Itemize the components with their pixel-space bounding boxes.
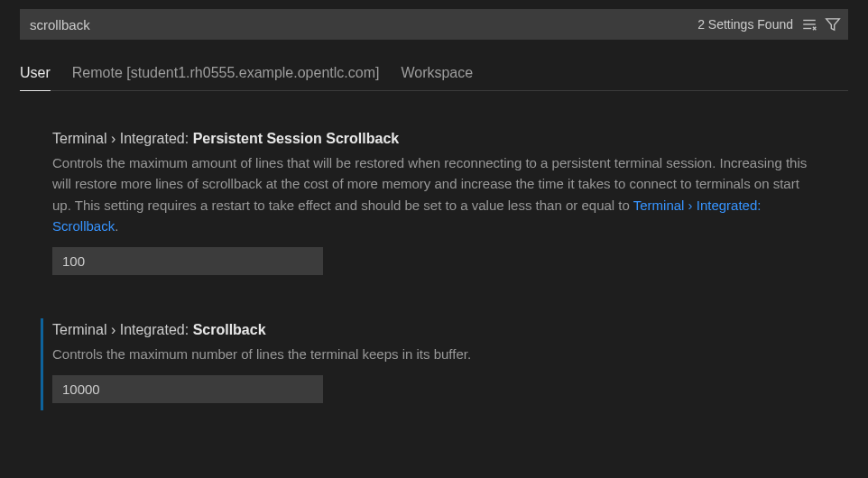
- setting-input-scrollback[interactable]: [52, 375, 323, 403]
- svg-marker-5: [826, 19, 840, 30]
- setting-name: Persistent Session Scrollback: [193, 131, 400, 146]
- search-actions: [800, 15, 842, 33]
- tab-remote[interactable]: Remote [student1.rh0555.example.opentlc.…: [72, 65, 380, 90]
- setting-desc-text-after: .: [115, 218, 118, 234]
- setting-scrollback: Terminal › Integrated: Scrollback Contro…: [52, 322, 832, 403]
- setting-name: Scrollback: [193, 322, 266, 337]
- settings-list: Terminal › Integrated: Persistent Sessio…: [0, 91, 868, 403]
- tab-user[interactable]: User: [20, 65, 51, 90]
- clear-search-icon[interactable]: [800, 15, 818, 33]
- setting-description: Controls the maximum number of lines the…: [52, 344, 819, 364]
- tab-workspace[interactable]: Workspace: [401, 65, 473, 90]
- setting-title: Terminal › Integrated: Persistent Sessio…: [52, 131, 832, 147]
- setting-title: Terminal › Integrated: Scrollback: [52, 322, 832, 338]
- settings-scope-tabs: User Remote [student1.rh0555.example.ope…: [20, 65, 848, 91]
- setting-description: Controls the maximum amount of lines tha…: [52, 152, 819, 236]
- setting-persistent-session-scrollback: Terminal › Integrated: Persistent Sessio…: [52, 131, 832, 275]
- filter-icon[interactable]: [824, 15, 842, 33]
- settings-search-bar: 2 Settings Found: [20, 9, 848, 40]
- setting-category: Terminal › Integrated:: [52, 322, 193, 337]
- search-input[interactable]: [30, 10, 697, 39]
- setting-input-persistent-session-scrollback[interactable]: [52, 247, 323, 275]
- setting-category: Terminal › Integrated:: [52, 131, 193, 146]
- search-result-count: 2 Settings Found: [697, 17, 793, 32]
